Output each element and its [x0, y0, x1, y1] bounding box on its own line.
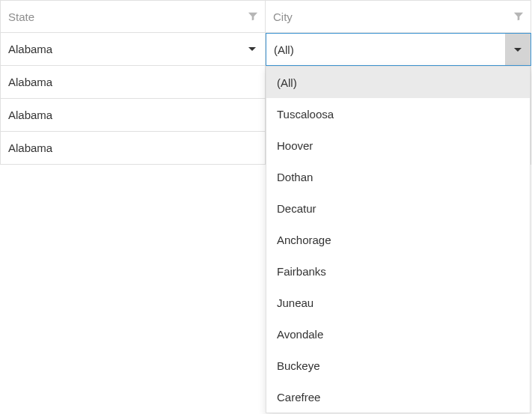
dropdown-item[interactable]: Avondale — [266, 318, 530, 350]
dropdown-item[interactable]: Decatur — [266, 192, 530, 224]
dropdown-item-label: Juneau — [277, 296, 314, 309]
header-row: State City — [0, 0, 531, 33]
dropdown-item-label: Fairbanks — [277, 265, 326, 278]
dropdown-item-label: Carefree — [277, 391, 320, 404]
filter-icon[interactable] — [513, 10, 525, 22]
dropdown-item[interactable]: Carefree — [266, 381, 530, 413]
dropdown-item[interactable]: Buckeye — [266, 350, 530, 381]
cell-value: Alabama — [8, 76, 52, 88]
city-dropdown-panel[interactable]: (All)TuscaloosaHooverDothanDecaturAnchor… — [266, 66, 531, 413]
dropdown-button-state[interactable] — [239, 33, 265, 65]
caret-down-icon — [514, 48, 522, 52]
dropdown-item[interactable]: Anchorage — [266, 224, 530, 255]
dropdown-item[interactable]: Tuscaloosa — [266, 98, 530, 130]
column-header-label: City — [273, 10, 293, 23]
dropdown-item[interactable]: Juneau — [266, 287, 530, 318]
dropdown-item-label: Anchorage — [277, 234, 331, 246]
filter-cell-state[interactable]: Alabama — [0, 33, 266, 66]
dropdown-item-label: Hoover — [277, 139, 313, 152]
filter-row: Alabama (All) — [0, 33, 531, 66]
column-header-state[interactable]: State — [0, 0, 266, 33]
column-header-label: State — [8, 10, 34, 23]
dropdown-item-label: Buckeye — [277, 359, 320, 372]
dropdown-item-label: Dothan — [277, 171, 313, 183]
dropdown-item[interactable]: Dothan — [266, 161, 530, 192]
filter-cell-city[interactable]: (All) — [266, 33, 531, 66]
cell-state: Alabama — [0, 66, 266, 99]
dropdown-item-label: (All) — [277, 76, 297, 89]
cell-value: Alabama — [8, 109, 52, 121]
cell-value: Alabama — [8, 141, 52, 154]
caret-down-icon — [248, 47, 256, 51]
dropdown-item-label: Decatur — [277, 202, 317, 215]
dropdown-item-label: Avondale — [277, 328, 323, 341]
filter-icon[interactable] — [247, 10, 259, 22]
cell-state: Alabama — [0, 132, 266, 165]
dropdown-item-label: Tuscaloosa — [277, 108, 334, 121]
filter-value: (All) — [274, 43, 294, 56]
dropdown-item[interactable]: Fairbanks — [266, 255, 530, 287]
dropdown-item[interactable]: Hoover — [266, 130, 530, 161]
dropdown-item[interactable]: (All) — [266, 67, 530, 98]
column-header-city[interactable]: City — [266, 0, 531, 33]
dropdown-button-city[interactable] — [505, 34, 531, 65]
cell-state: Alabama — [0, 99, 266, 132]
filter-value: Alabama — [8, 43, 52, 55]
